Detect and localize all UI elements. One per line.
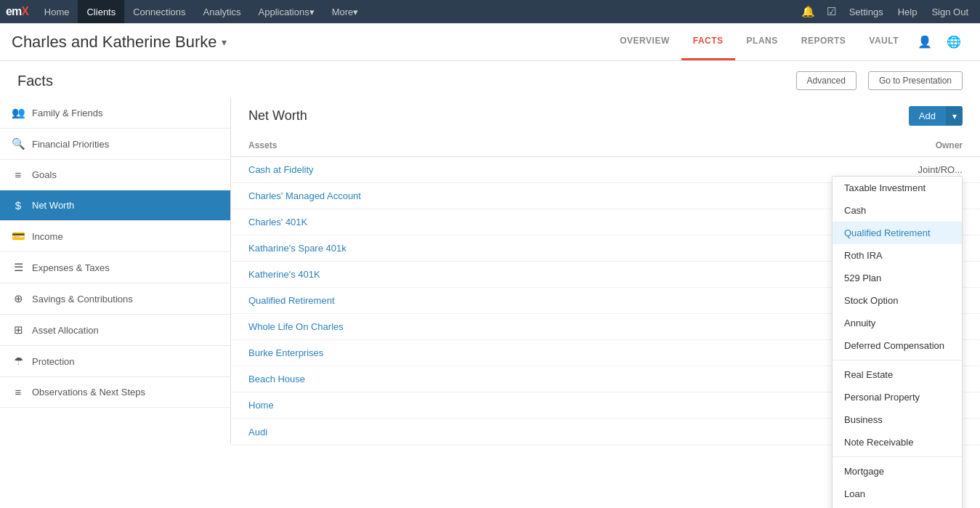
income-icon: 💳 bbox=[12, 230, 25, 243]
client-name[interactable]: Charles and Katherine Burke ▾ bbox=[12, 33, 227, 52]
sidebar-item-family[interactable]: 👥 Family & Friends bbox=[0, 97, 230, 129]
asset-link[interactable]: Beach House bbox=[248, 374, 305, 384]
sidebar-item-protection[interactable]: ☂ Protection bbox=[0, 346, 230, 377]
dropdown-item-real-estate[interactable]: Real Estate bbox=[833, 363, 962, 386]
add-button[interactable]: Add bbox=[909, 106, 946, 126]
sidebar-item-asset-allocation[interactable]: ⊞ Asset Allocation bbox=[0, 315, 230, 346]
add-dropdown-menu: Taxable Investment Cash Qualified Retire… bbox=[832, 176, 963, 508]
globe-icon[interactable]: 🌐 bbox=[939, 35, 968, 49]
asset-link[interactable]: Qualified Retirement bbox=[248, 295, 335, 306]
sidebar-item-financial-priorities[interactable]: 🔍 Financial Priorities bbox=[0, 129, 230, 160]
asset-link[interactable]: Burke Enterprises bbox=[248, 347, 323, 358]
dropdown-item-taxable[interactable]: Taxable Investment bbox=[833, 177, 962, 199]
asset-link[interactable]: Katherine's 401K bbox=[248, 269, 320, 280]
presentation-button[interactable]: Go to Presentation bbox=[868, 71, 963, 90]
settings-link[interactable]: Settings bbox=[843, 0, 889, 23]
sub-navigation: OVERVIEW FACTS PLANS REPORTS VAULT 👤 🌐 bbox=[608, 23, 968, 60]
sidebar-item-net-worth[interactable]: $ Net Worth bbox=[0, 190, 230, 221]
sidebar-container: 👥 Family & Friends 🔍 Financial Prioritie… bbox=[0, 97, 231, 508]
sidebar: 👥 Family & Friends 🔍 Financial Prioritie… bbox=[0, 97, 231, 444]
sidebar-label-protection: Protection bbox=[32, 356, 75, 367]
observations-icon: ≡ bbox=[12, 386, 25, 398]
nav-analytics[interactable]: Analytics bbox=[195, 0, 250, 23]
content-area: 👥 Family & Friends 🔍 Financial Prioritie… bbox=[0, 97, 980, 508]
app-logo[interactable]: emX bbox=[6, 5, 28, 18]
facts-header: Facts Advanced Go to Presentation bbox=[0, 61, 980, 97]
savings-icon: ⊕ bbox=[12, 292, 25, 305]
sub-header: Charles and Katherine Burke ▾ OVERVIEW F… bbox=[0, 23, 980, 61]
sidebar-label-family: Family & Friends bbox=[32, 108, 103, 118]
dropdown-item-loan[interactable]: Loan bbox=[833, 483, 962, 505]
asset-link[interactable]: Whole Life On Charles bbox=[248, 321, 344, 332]
sidebar-label-observations: Observations & Next Steps bbox=[32, 387, 145, 398]
top-navigation: emX Home Clients Connections Analytics A… bbox=[0, 0, 980, 23]
nav-applications[interactable]: Applications ▾ bbox=[250, 0, 323, 23]
signout-link[interactable]: Sign Out bbox=[926, 0, 974, 23]
tab-reports[interactable]: REPORTS bbox=[790, 23, 858, 60]
sidebar-label-savings: Savings & Contributions bbox=[32, 294, 133, 305]
asset-link[interactable]: Cash at Fidelity bbox=[248, 164, 314, 175]
nav-clients[interactable]: Clients bbox=[78, 0, 124, 23]
sidebar-label-expenses: Expenses & Taxes bbox=[32, 262, 110, 273]
asset-link[interactable]: Charles' Managed Account bbox=[248, 190, 361, 201]
family-icon: 👥 bbox=[12, 106, 25, 119]
client-dropdown-caret[interactable]: ▾ bbox=[222, 36, 227, 48]
facts-actions: Advanced Go to Presentation bbox=[790, 71, 963, 90]
top-nav-icons: 🔔 ☑ Settings Help Sign Out bbox=[797, 0, 974, 23]
dropdown-divider-2 bbox=[833, 456, 962, 457]
net-worth-icon: $ bbox=[12, 199, 25, 211]
dropdown-item-annuity[interactable]: Annuity bbox=[833, 312, 962, 334]
dropdown-item-personal-property[interactable]: Personal Property bbox=[833, 386, 962, 408]
logo-x: X bbox=[21, 5, 28, 17]
help-link[interactable]: Help bbox=[892, 0, 923, 23]
add-dropdown-caret[interactable]: ▾ bbox=[946, 106, 963, 126]
sidebar-item-observations[interactable]: ≡ Observations & Next Steps bbox=[0, 377, 230, 408]
user-icon[interactable]: 👤 bbox=[910, 35, 939, 49]
asset-link[interactable]: Home bbox=[248, 400, 274, 411]
notification-icon[interactable]: 🔔 bbox=[797, 5, 819, 18]
goals-icon: ≡ bbox=[12, 169, 25, 181]
priorities-icon: 🔍 bbox=[12, 137, 25, 150]
owner-column-header: Owner bbox=[624, 134, 980, 157]
dropdown-divider-1 bbox=[833, 360, 962, 360]
sidebar-label-allocation: Asset Allocation bbox=[32, 325, 99, 336]
dropdown-item-note-receivable[interactable]: Note Receivable bbox=[833, 431, 962, 453]
assets-column-header: Assets bbox=[231, 134, 624, 157]
sidebar-item-goals[interactable]: ≡ Goals bbox=[0, 160, 230, 190]
advanced-button[interactable]: Advanced bbox=[796, 71, 857, 90]
asset-link[interactable]: Audi bbox=[248, 427, 267, 438]
logo-em: em bbox=[6, 5, 21, 17]
nav-connections[interactable]: Connections bbox=[124, 0, 194, 23]
asset-link[interactable]: Charles' 401K bbox=[248, 217, 307, 227]
dropdown-item-roth[interactable]: Roth IRA bbox=[833, 244, 962, 267]
main-content: Net Worth Add ▾ Assets Owner Cash at Fid… bbox=[231, 97, 980, 508]
dropdown-item-stock[interactable]: Stock Option bbox=[833, 289, 962, 312]
net-worth-section-title: Net Worth bbox=[248, 108, 909, 124]
task-icon[interactable]: ☑ bbox=[822, 5, 841, 18]
sidebar-item-savings[interactable]: ⊕ Savings & Contributions bbox=[0, 283, 230, 315]
expenses-icon: ☰ bbox=[12, 261, 25, 274]
net-worth-section-header: Net Worth Add ▾ bbox=[231, 97, 980, 134]
sidebar-label-income: Income bbox=[32, 231, 63, 242]
allocation-icon: ⊞ bbox=[12, 323, 25, 336]
dropdown-item-business[interactable]: Business bbox=[833, 408, 962, 431]
nav-more[interactable]: More ▾ bbox=[323, 0, 368, 23]
dropdown-item-qualified[interactable]: Qualified Retirement bbox=[833, 222, 962, 244]
sidebar-item-income[interactable]: 💳 Income bbox=[0, 221, 230, 252]
tab-overview[interactable]: OVERVIEW bbox=[608, 23, 681, 60]
sidebar-label-net-worth: Net Worth bbox=[32, 200, 74, 211]
sidebar-label-goals: Goals bbox=[32, 169, 57, 180]
tab-facts[interactable]: FACTS bbox=[681, 23, 735, 60]
dropdown-item-cash[interactable]: Cash bbox=[833, 199, 962, 222]
nav-home[interactable]: Home bbox=[36, 0, 78, 23]
tab-vault[interactable]: VAULT bbox=[857, 23, 910, 60]
tab-plans[interactable]: PLANS bbox=[735, 23, 790, 60]
asset-link[interactable]: Katharine's Spare 401k bbox=[248, 243, 347, 254]
facts-title: Facts bbox=[17, 73, 790, 89]
dropdown-item-deferred[interactable]: Deferred Compensation bbox=[833, 334, 962, 357]
add-button-group: Add ▾ bbox=[909, 106, 963, 126]
sidebar-item-expenses[interactable]: ☰ Expenses & Taxes bbox=[0, 252, 230, 283]
dropdown-item-mortgage[interactable]: Mortgage bbox=[833, 460, 962, 483]
protection-icon: ☂ bbox=[12, 355, 25, 368]
dropdown-item-529[interactable]: 529 Plan bbox=[833, 267, 962, 289]
